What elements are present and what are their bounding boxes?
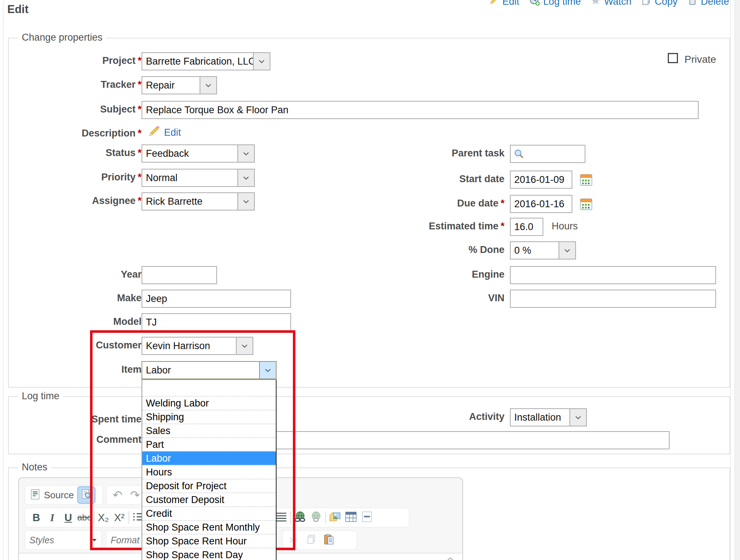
image-button[interactable] [328,510,342,526]
start-date-input[interactable]: 2016-01-09 [510,171,572,189]
estimated-time-input[interactable]: 16.0 [510,218,543,236]
log-time-action-link[interactable]: Log time [529,0,581,9]
unlink-globe-icon [310,511,323,524]
dropdown-option[interactable]: Deposit for Project [142,479,276,492]
vin-label: VIN [370,293,504,304]
dropdown-option[interactable]: Welding Labor [142,396,276,410]
due-date-label: Due date* [370,198,504,209]
dropdown-option[interactable]: Shop Space Rent Monthly [142,520,276,534]
strikethrough-icon: abc [77,512,91,523]
underline-button[interactable]: U [61,510,75,526]
engine-input[interactable] [510,266,716,284]
log-time-action-label: Log time [543,0,581,7]
subscript-button[interactable]: X₂ [97,510,110,526]
chevron-down-icon[interactable] [237,169,254,186]
delete-action-link[interactable]: Delete [687,0,729,8]
vin-input[interactable] [510,290,716,308]
page-scrollbar[interactable] [735,0,740,560]
dropdown-option[interactable]: Shop Space Rent Day [142,548,276,560]
year-input[interactable] [142,266,217,284]
preview-button[interactable] [77,486,95,504]
table-button[interactable] [344,510,358,526]
estimated-time-unit: Hours [552,221,578,232]
calendar-icon[interactable] [579,197,593,212]
percent-done-select[interactable]: 0 % [510,241,576,259]
copy-button[interactable] [304,532,318,548]
dropdown-option[interactable]: Shipping [142,410,276,424]
due-date-input[interactable]: 2016-01-16 [510,195,572,213]
description-edit-link[interactable]: Edit [164,127,181,138]
scroll-up-icon[interactable] [446,556,454,560]
activity-select[interactable]: Installation [510,408,587,426]
item-select[interactable]: Labor [142,361,277,379]
search-icon [513,148,525,161]
required-mark: * [138,128,142,139]
chevron-down-icon[interactable] [253,53,270,70]
link-button[interactable] [293,510,307,526]
tracker-select[interactable]: Repair [142,76,217,94]
horizontal-rule-button[interactable] [360,510,374,526]
edit-action-link[interactable]: Edit [488,0,519,8]
unlink-button[interactable] [309,510,323,526]
status-select[interactable]: Feedback [142,144,255,163]
required-mark: * [500,221,504,232]
superscript-button[interactable]: X² [113,510,126,526]
customer-select[interactable]: Kevin Harrison [142,337,253,355]
watch-action-link[interactable]: Watch [590,0,631,8]
dropdown-option[interactable]: Part [142,437,276,451]
strikethrough-button[interactable]: abc [77,510,91,526]
parent-task-label: Parent task [370,148,504,159]
chevron-down-icon[interactable] [559,242,575,259]
calendar-icon[interactable] [579,173,593,188]
copy-action-link[interactable]: Copy [641,0,678,8]
dropdown-option[interactable]: Credit [142,506,276,520]
paste-button[interactable] [322,532,336,548]
engine-label: Engine [370,269,504,280]
project-label: Project* [7,55,142,66]
image-icon [329,511,341,524]
make-input[interactable]: Jeep [142,290,291,308]
comment-label: Comment [7,434,142,445]
dropdown-option-selected[interactable]: Labor [142,451,276,465]
italic-button[interactable]: I [45,510,59,526]
clipboard-group: ✂ [282,530,357,550]
dropdown-option[interactable]: Hours [142,465,276,479]
required-mark: * [138,79,142,90]
model-input[interactable]: TJ [142,313,291,331]
dropdown-option[interactable]: Customer Deposit [142,492,276,506]
redo-button[interactable]: ↷ [128,487,142,503]
bold-button[interactable]: B [29,510,43,526]
undo-icon: ↶ [113,489,123,501]
bold-icon: B [33,512,40,524]
assignee-select[interactable]: Rick Barrette [142,192,255,210]
chevron-down-icon[interactable] [259,362,276,379]
project-select[interactable]: Barrette Fabrication, LLC [142,52,270,70]
cut-button[interactable]: ✂ [287,532,301,548]
priority-select[interactable]: Normal [142,169,255,187]
year-label: Year [7,269,142,280]
undo-button[interactable]: ↶ [111,487,124,503]
item-dropdown-list: Welding Labor Shipping Sales Part Labor … [142,379,277,560]
activity-label: Activity [370,411,504,422]
dropdown-option-blank[interactable] [142,380,276,396]
styles-combo[interactable]: Styles [25,530,102,550]
subject-input[interactable]: Replace Torque Box & Floor Pan [142,101,699,119]
status-select-value: Feedback [142,145,237,162]
customer-label: Customer [7,340,142,351]
styles-combo-label: Styles [29,535,54,545]
activity-select-value: Installation [511,409,569,426]
issue-edit-page: Edit Log time Watch Copy Delete Edit Cha… [0,0,740,560]
chevron-down-icon[interactable] [200,77,216,94]
chevron-down-icon[interactable] [237,145,254,162]
copy-action-label: Copy [655,0,678,7]
chevron-down-icon[interactable] [236,338,253,354]
dropdown-option[interactable]: Shop Space Rent Hour [142,534,276,548]
source-button[interactable]: Source [29,487,74,503]
chevron-down-icon[interactable] [569,409,586,426]
redo-icon: ↷ [130,489,140,501]
copy-icon [641,0,652,8]
subject-label: Subject* [7,104,142,115]
dropdown-option[interactable]: Sales [142,424,276,437]
chevron-down-icon[interactable] [237,193,254,210]
private-checkbox[interactable] [668,53,678,63]
